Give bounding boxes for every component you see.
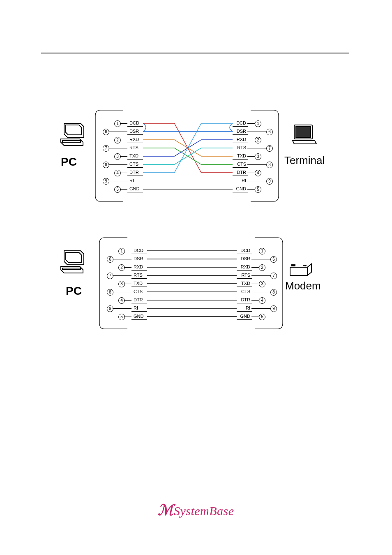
pin-left-2: 2 (118, 264, 125, 271)
signal-right-GND: GND (238, 314, 251, 319)
signal-right-TXD: TXD (238, 281, 251, 286)
pin-left-7: 7 (107, 273, 113, 279)
signal-right-DSR: DSR (234, 129, 247, 134)
signal-left-GND: GND (133, 314, 144, 319)
pin-left-2: 2 (114, 137, 121, 143)
signal-right-RTS: RTS (238, 273, 251, 278)
pin-left-6: 6 (107, 256, 113, 263)
logo-mark: ℳ (158, 502, 174, 518)
diagram-pc-terminal: PC Terminal 1DCD1DCD6DSR6DSR2RXD2RXD7RTS… (0, 107, 392, 206)
signal-left-CTS: CTS (133, 289, 143, 294)
signal-left-TXD: TXD (133, 281, 143, 286)
signal-right-RTS: RTS (234, 145, 247, 150)
logo-text: SystemBase (174, 504, 234, 518)
pin-left-9: 9 (107, 305, 113, 312)
pin-right-3: 3 (255, 153, 261, 160)
pin-left-1: 1 (118, 248, 125, 254)
footer-logo: ℳSystemBase (0, 502, 392, 519)
pin-left-3: 3 (114, 153, 121, 160)
pin-left-6: 6 (103, 129, 109, 135)
pin-left-8: 8 (103, 162, 109, 168)
pin-left-1: 1 (114, 120, 121, 127)
right-device-label: Modem (285, 280, 321, 292)
signal-right-GND: GND (234, 186, 247, 191)
header-divider (41, 53, 349, 53)
pin-left-8: 8 (107, 289, 113, 296)
signal-left-CTS: CTS (129, 162, 139, 166)
left-device-label: PC (66, 284, 82, 298)
pin-right-5: 5 (255, 186, 261, 193)
pin-right-2: 2 (255, 137, 261, 143)
signal-right-RI: RI (234, 178, 247, 183)
signal-left-RTS: RTS (129, 145, 139, 150)
signal-left-RXD: RXD (133, 264, 143, 269)
pin-left-3: 3 (118, 281, 125, 287)
pin-right-6: 6 (270, 256, 277, 263)
pin-right-4: 4 (255, 170, 261, 176)
signal-left-DCD: DCD (133, 248, 144, 253)
svg-rect-1 (296, 127, 311, 137)
pin-right-1: 1 (259, 248, 265, 254)
signal-left-DCD: DCD (129, 120, 140, 125)
pin-left-4: 4 (114, 170, 121, 176)
pin-right-3: 3 (259, 281, 265, 287)
pin-right-6: 6 (266, 129, 273, 135)
pin-left-4: 4 (118, 297, 125, 304)
pin-right-7: 7 (266, 145, 273, 152)
signal-right-DTR: DTR (234, 170, 247, 175)
signal-right-CTS: CTS (234, 162, 247, 166)
pin-right-8: 8 (270, 289, 277, 296)
signal-left-GND: GND (129, 186, 140, 191)
signal-right-DSR: DSR (238, 256, 251, 261)
svg-point-3 (305, 265, 306, 266)
signal-right-RXD: RXD (234, 137, 247, 142)
signal-right-DCD: DCD (234, 120, 247, 125)
signal-left-RI: RI (129, 178, 134, 183)
signal-right-RXD: RXD (238, 264, 251, 269)
pc-icon (57, 248, 90, 277)
pin-left-5: 5 (118, 314, 125, 320)
pin-right-7: 7 (270, 273, 277, 279)
signal-right-TXD: TXD (234, 153, 247, 158)
pin-right-5: 5 (259, 314, 265, 320)
signal-right-CTS: CTS (238, 289, 251, 294)
pc-icon (57, 121, 90, 150)
signal-left-DSR: DSR (133, 256, 143, 261)
pin-left-5: 5 (114, 186, 121, 193)
signal-left-DTR: DTR (129, 170, 139, 175)
signal-right-RI: RI (238, 305, 251, 310)
pin-right-4: 4 (259, 297, 265, 304)
pin-left-9: 9 (103, 178, 109, 185)
signal-left-DSR: DSR (129, 129, 139, 134)
pin-right-8: 8 (266, 162, 273, 168)
pin-right-1: 1 (255, 120, 261, 127)
signal-right-DTR: DTR (238, 297, 251, 302)
pin-left-7: 7 (103, 145, 109, 152)
terminal-icon (292, 123, 317, 146)
modem-icon (288, 263, 314, 277)
right-device-label: Terminal (284, 154, 325, 167)
signal-right-DCD: DCD (238, 248, 251, 253)
pin-right-9: 9 (270, 305, 277, 312)
signal-left-RI: RI (133, 305, 138, 310)
svg-rect-4 (292, 265, 295, 266)
svg-point-2 (304, 265, 304, 266)
left-device-label: PC (61, 155, 77, 169)
signal-left-RXD: RXD (129, 137, 139, 142)
signal-left-DTR: DTR (133, 297, 143, 302)
signal-left-TXD: TXD (129, 153, 139, 158)
pin-right-2: 2 (259, 264, 265, 271)
pin-right-9: 9 (266, 178, 273, 185)
signal-left-RTS: RTS (133, 273, 143, 278)
diagram-pc-modem: PC Modem 1DCD1DCD6DSR6DSR2RXD2RXD7RTS7RT… (0, 234, 392, 333)
